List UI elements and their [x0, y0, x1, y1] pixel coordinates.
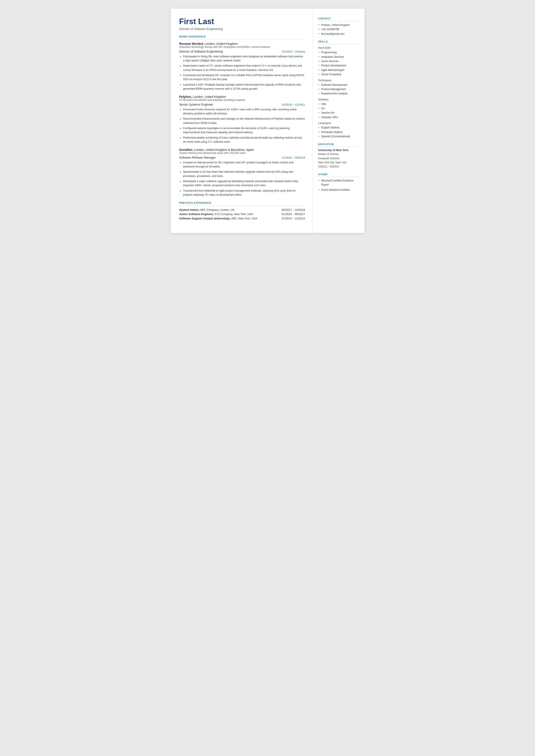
- prev-bold-2: Junior Software Engineer,: [179, 212, 214, 216]
- software-label: Software:: [318, 98, 359, 101]
- software-uml: UML: [318, 102, 359, 106]
- work-experience-header: WORK EXPERIENCE: [179, 35, 305, 40]
- languages-list: English (Native) Romanian (Native) Spani…: [318, 126, 359, 139]
- company-bold-3: Growthsi,: [179, 148, 193, 152]
- company-rest-1: London, United Kingdom: [204, 42, 238, 45]
- job-dates-1: 01/2022 – Present: [282, 50, 305, 53]
- contact-header: CONTACT: [318, 17, 359, 21]
- previous-experience-section: PREVIOUS EXPERIENCE System Admin, ABC Co…: [179, 202, 305, 220]
- skills-header: SKILLS: [318, 40, 359, 44]
- bullet-3-3: Developed a major software upgrade by id…: [179, 179, 305, 188]
- technique-product-mgmt: Product Management: [318, 87, 359, 91]
- skills-section: SKILLS Hard Skills: Programming Integrat…: [318, 40, 359, 139]
- languages-label: Languages:: [318, 122, 359, 125]
- other-item-1: Microsoft Certified Solutions Expert: [318, 179, 359, 187]
- bullet-2-3: Configured network topologies to accommo…: [179, 126, 305, 135]
- skill-cloud: Cloud Computing: [318, 72, 359, 76]
- edu-field: Computer Science: [318, 156, 359, 160]
- technique-requirements: Requirements Analysis: [318, 91, 359, 96]
- company-name-3: Growthsi, London, United Kingdom & Barce…: [179, 148, 305, 152]
- job-dates-3: 11/2018 – 09/2019: [282, 156, 305, 159]
- hard-skills-list: Programming Integration Services Azure S…: [318, 50, 359, 76]
- contact-address: Preston, United Kingdom: [318, 23, 359, 27]
- technique-software: Software Development: [318, 83, 359, 87]
- job-block-3: Growthsi, London, United Kingdom & Barce…: [179, 148, 305, 197]
- job-block-2: Polyhire, London, United Kingdom NYSE-li…: [179, 95, 305, 144]
- job-row-1: Director of Software Engineering 01/2022…: [179, 50, 305, 53]
- company-rest-2: London, United Kingdom: [192, 95, 226, 98]
- techniques-list: Software Development Product Management …: [318, 83, 359, 96]
- title: Director of Software Engineering: [179, 27, 305, 31]
- other-item-2: Azure Solutions Architect: [318, 188, 359, 192]
- contact-email: first.last@gmail.com: [318, 32, 359, 36]
- other-section: OTHER Microsoft Certified Solutions Expe…: [318, 173, 359, 192]
- bullet-1-1: Participated in hiring 30+ lead software…: [179, 55, 305, 63]
- bullet-2-1: Processed Active Directory requests for …: [179, 107, 305, 116]
- prev-bold-1: System Admin,: [179, 208, 199, 211]
- company-bold-1: Resume Worded,: [179, 42, 204, 45]
- software-list: UML Go Apache Ant Atlassian JIRA: [318, 102, 359, 120]
- company-name-1: Resume Worded, London, United Kingdom: [179, 42, 305, 45]
- bullet-list-2: Processed Active Directory requests for …: [179, 107, 305, 144]
- work-experience-section: WORK EXPERIENCE Resume Worded, London, U…: [179, 35, 305, 197]
- company-desc-2: NYSE-listed recruitment and employer bra…: [179, 98, 305, 101]
- company-bold-2: Polyhire,: [179, 95, 192, 98]
- hard-skills-label: Hard Skills:: [318, 46, 359, 49]
- job-title-3: Software Release Manager: [179, 156, 216, 159]
- prev-dates-2: 01/2016 – 05/2017: [282, 212, 305, 216]
- job-dates-2: 10/2019 – 12/2021: [282, 103, 305, 106]
- edu-location: New York City, New York: [318, 160, 359, 165]
- prev-exp-row-2: Junior Software Engineer, XYZ Company, N…: [179, 212, 305, 216]
- other-header: OTHER: [318, 173, 359, 177]
- skill-product-dev: Product Development: [318, 63, 359, 68]
- bullet-2-2: Recommended enhancements and changes to …: [179, 117, 305, 125]
- job-block-1: Resume Worded, London, United Kingdom Ed…: [179, 42, 305, 91]
- prev-exp-row-1: System Admin, ABC Company, London, UK 06…: [179, 208, 305, 211]
- bullet-3-2: Spearheaded a 10-man team that reduced s…: [179, 170, 305, 178]
- prev-dates-3: 07/2014 – 12/2015: [282, 217, 305, 220]
- bullet-1-4: Launched a 100+ Petabyte backup storage …: [179, 83, 305, 91]
- prev-company-1: ABC Company, London, UK: [199, 208, 235, 211]
- skill-programming: Programming: [318, 50, 359, 55]
- job-title-2: Senior Systems Engineer: [179, 103, 213, 106]
- bullet-3-4: Transitioned from Waterfall to Agile pro…: [179, 189, 305, 197]
- contact-section: CONTACT Preston, United Kingdom +44 1234…: [318, 17, 359, 36]
- prev-bold-3: Software Support Analyst (Internship),: [179, 217, 230, 220]
- edu-degree: Master of Science: [318, 152, 359, 156]
- lang-romanian: Romanian (Native): [318, 130, 359, 134]
- job-title-1: Director of Software Engineering: [179, 50, 223, 53]
- contact-list: Preston, United Kingdom +44 123456789 fi…: [318, 23, 359, 36]
- company-name-2: Polyhire, London, United Kingdom: [179, 95, 305, 98]
- prev-dates-1: 06/2017 – 10/2018: [282, 208, 305, 211]
- bullet-list-1: Participated in hiring 30+ lead software…: [179, 55, 305, 91]
- bullet-3-1: Created an internal portal for 30+ engin…: [179, 160, 305, 169]
- name: First Last: [179, 17, 305, 26]
- prev-exp-title-3: Software Support Analyst (Internship), A…: [179, 217, 258, 220]
- prev-company-2: XYZ Company, New York, USA: [214, 212, 253, 216]
- education-header: EDUCATION: [318, 143, 359, 147]
- company-desc-3: Career training and membership SaaS with…: [179, 152, 305, 154]
- bullet-list-3: Created an internal portal for 30+ engin…: [179, 160, 305, 197]
- bullet-2-4: Performed weekly monitoring of Cisco swi…: [179, 136, 305, 144]
- skill-azure: Azure Services: [318, 59, 359, 63]
- skill-integration: Integration Services: [318, 55, 359, 59]
- software-apache: Apache Ant: [318, 111, 359, 115]
- prev-company-3: ABC, New York, USA: [230, 217, 258, 220]
- previous-experience-header: PREVIOUS EXPERIENCE: [179, 202, 305, 206]
- prev-exp-title-1: System Admin, ABC Company, London, UK: [179, 208, 235, 211]
- contact-phone: +44 123456789: [318, 27, 359, 32]
- job-row-3: Software Release Manager 11/2018 – 09/20…: [179, 156, 305, 159]
- bullet-1-3: Conceived and developed 20+ modules for …: [179, 73, 305, 82]
- prev-exp-row-3: Software Support Analyst (Internship), A…: [179, 217, 305, 220]
- skill-agile: Agile Methodologies: [318, 68, 359, 72]
- job-row-2: Senior Systems Engineer 10/2019 – 12/202…: [179, 103, 305, 106]
- lang-english: English (Native): [318, 126, 359, 130]
- right-column: CONTACT Preston, United Kingdom +44 1234…: [313, 9, 365, 233]
- company-desc-1: Education technology startup with 50+ em…: [179, 45, 305, 48]
- resume-container: First Last Director of Software Engineer…: [171, 9, 365, 233]
- software-go: Go: [318, 106, 359, 111]
- edu-dates: 10/2011 - 06/2014: [318, 165, 359, 169]
- left-column: First Last Director of Software Engineer…: [171, 9, 313, 233]
- education-section: EDUCATION University of New York Master …: [318, 143, 359, 169]
- lang-spanish: Spanish (Conversational): [318, 134, 359, 139]
